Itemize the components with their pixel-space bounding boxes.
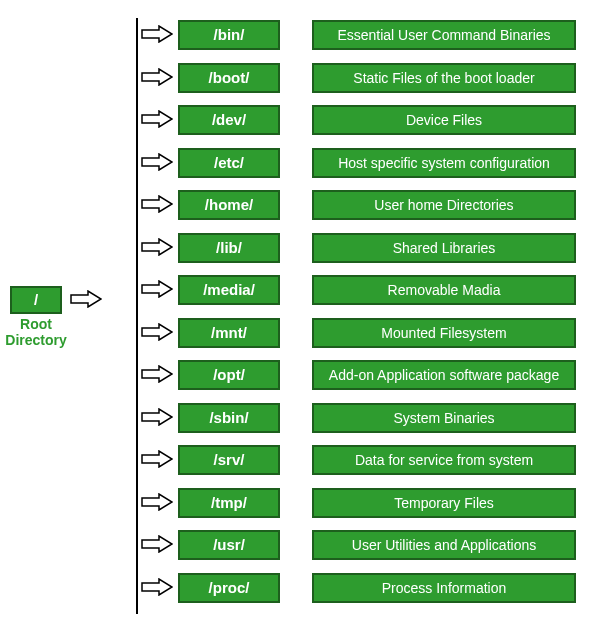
arrow-right-icon — [141, 68, 173, 86]
arrow-right-icon — [141, 195, 173, 213]
directory-desc-box: Temporary Files — [312, 488, 576, 518]
arrow-right-icon — [141, 493, 173, 511]
directory-name-box: /sbin/ — [178, 403, 280, 433]
directory-name-box: /home/ — [178, 190, 280, 220]
directory-desc-box: User Utilities and Applications — [312, 530, 576, 560]
directory-desc-box: Essential User Command Binaries — [312, 20, 576, 50]
directory-name-box: /lib/ — [178, 233, 280, 263]
root-label: Root Directory — [0, 316, 72, 348]
arrow-right-icon — [141, 450, 173, 468]
directory-desc-box: Device Files — [312, 105, 576, 135]
directory-desc-box: Static Files of the boot loader — [312, 63, 576, 93]
directory-desc-box: Mounted Filesystem — [312, 318, 576, 348]
directory-desc-box: System Binaries — [312, 403, 576, 433]
arrow-right-icon — [141, 535, 173, 553]
directory-name-box: /proc/ — [178, 573, 280, 603]
directory-name-box: /opt/ — [178, 360, 280, 390]
diagram-canvas: / Root Directory /bin/Essential User Com… — [0, 0, 602, 623]
arrow-right-icon — [141, 110, 173, 128]
directory-name-box: /media/ — [178, 275, 280, 305]
directory-desc-box: Shared Libraries — [312, 233, 576, 263]
directory-name-box: /dev/ — [178, 105, 280, 135]
root-symbol-box: / — [10, 286, 62, 314]
arrow-right-icon — [141, 280, 173, 298]
arrow-right-icon — [141, 408, 173, 426]
arrow-right-icon — [141, 578, 173, 596]
directory-name-box: /srv/ — [178, 445, 280, 475]
directory-name-box: /boot/ — [178, 63, 280, 93]
arrow-right-icon — [141, 323, 173, 341]
directory-desc-box: User home Directories — [312, 190, 576, 220]
arrow-right-icon — [70, 290, 102, 308]
directory-desc-box: Process Information — [312, 573, 576, 603]
tree-trunk-line — [136, 18, 138, 614]
directory-name-box: /usr/ — [178, 530, 280, 560]
directory-desc-box: Data for service from system — [312, 445, 576, 475]
arrow-right-icon — [141, 365, 173, 383]
arrow-right-icon — [141, 153, 173, 171]
arrow-right-icon — [141, 238, 173, 256]
directory-name-box: /bin/ — [178, 20, 280, 50]
directory-name-box: /tmp/ — [178, 488, 280, 518]
directory-name-box: /etc/ — [178, 148, 280, 178]
directory-desc-box: Add-on Application software package — [312, 360, 576, 390]
directory-desc-box: Host specific system configuration — [312, 148, 576, 178]
directory-name-box: /mnt/ — [178, 318, 280, 348]
arrow-right-icon — [141, 25, 173, 43]
directory-desc-box: Removable Madia — [312, 275, 576, 305]
